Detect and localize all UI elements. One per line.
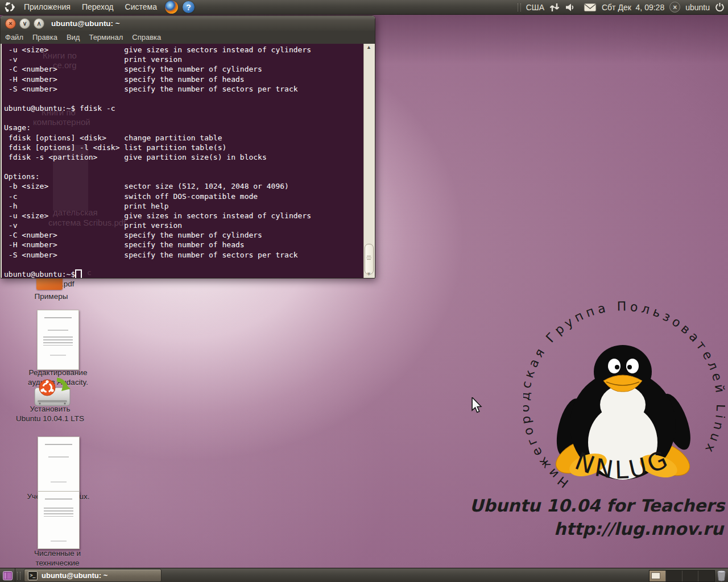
terminal-cursor [75,269,82,278]
doc-preview-paragraph [43,336,73,346]
doc-preview-line [45,498,72,500]
scroll-up-arrow-icon[interactable]: ▲ [364,44,374,51]
taskbar-grip-handle[interactable] [17,572,20,580]
trash-applet[interactable] [715,569,727,582]
doc-preview-line [48,456,69,458]
menu-help[interactable]: Справка [127,31,166,44]
taskbar-item-terminal[interactable]: >_ ubuntu@ubuntu: ~ [24,569,162,582]
terminal-mini-icon: >_ [28,571,38,580]
desktop-icon-hidden-pdf-label[interactable]: .pdf [61,280,84,289]
terminal-prompt: ubuntu@ubuntu:~$ [4,269,75,278]
scroll-down-arrow-icon[interactable]: ▼ [364,271,374,278]
terminal-titlebar[interactable]: × ∨ ∧ ubuntu@ubuntu: ~ [1,16,375,31]
doc-preview-line [44,317,72,318]
label-line: Установить [5,405,96,414]
help-launcher-icon[interactable]: ? [183,1,195,13]
desktop-icon-numeric-label[interactable]: Численные и технические [11,549,104,568]
document-icon-audacity[interactable] [37,310,79,370]
doc-preview-line [50,355,66,356]
ghost-label: дательская [53,207,98,217]
workspace-1[interactable] [650,571,666,581]
workspace-2[interactable] [666,571,682,581]
label-line: Численные и [11,549,104,559]
label-line: Ubuntu 10.04.1 LTS [5,414,96,424]
workspace-4[interactable] [698,571,714,581]
workspace-window-thumb [651,572,660,579]
menu-places[interactable]: Переход [76,0,119,14]
window-title: ubuntu@ubuntu: ~ [51,19,120,28]
clock[interactable]: Сбт Дек 4, 09:28 [602,3,664,12]
label-line: технические [11,559,104,568]
ghost-document-shape [53,145,88,211]
ghost-label: ce.org [53,60,77,70]
desktop-icon-install-label[interactable]: Установить Ubuntu 10.04.1 LTS [5,405,96,423]
ghost-label: компьютерной [33,117,90,127]
wallpaper-slogan: Ubuntu 10.04 for Teachers [470,496,725,516]
ghost-label: Книги по [42,107,76,117]
doc-preview-line [51,541,67,542]
menu-edit[interactable]: Правка [28,31,62,44]
desktop-icon-examples-label[interactable]: Примеры [22,292,81,302]
power-icon[interactable] [715,2,725,12]
show-desktop-icon [3,571,13,580]
ghost-label: система Scribus.pdf [48,218,126,227]
menu-terminal[interactable]: Терминал [84,31,127,44]
menu-view[interactable]: Вид [62,31,85,44]
terminal-prompt-row: ubuntu@ubuntu:~$ [4,269,82,278]
bottom-panel: >_ ubuntu@ubuntu: ~ [0,568,728,582]
doc-preview-line [45,444,72,445]
terminal-output-area[interactable]: Книги по ce.org Книги по компьютерной да… [2,44,363,278]
terminal-window: × ∨ ∧ ubuntu@ubuntu: ~ Файл Правка Вид Т… [0,15,375,278]
doc-preview-line [51,481,67,483]
ghost-label: Книги по [43,51,77,60]
ubuntu-logo-icon [3,1,15,13]
document-icon-numeric[interactable] [38,491,80,549]
workspace-3[interactable] [682,571,699,581]
network-updown-icon[interactable] [549,3,560,12]
workspace-switcher [649,570,715,582]
terminal-scrollbar[interactable]: ▲ ▼ [363,44,374,278]
mouse-cursor [470,397,483,414]
user-menu[interactable]: ubuntu [685,3,710,12]
keyboard-layout-indicator[interactable]: США [526,3,544,12]
doc-preview-line [48,330,68,331]
top-panel: Приложения Переход Система ? США [0,0,728,15]
show-desktop-button[interactable] [0,568,15,582]
volume-icon[interactable] [565,3,575,12]
close-button[interactable]: × [5,18,16,29]
menu-file[interactable]: Файл [1,31,28,44]
user-status-icon[interactable]: × [669,2,680,13]
taskbar-item-label: ubuntu@ubuntu: ~ [42,571,107,580]
ubuntu-menu-button[interactable] [0,1,18,13]
desktop-screen: Нижегородская Группа Пользователей Linux… [0,0,728,582]
minimize-button[interactable]: ∨ [19,18,30,29]
scrollbar-thumb[interactable] [365,244,374,275]
wallpaper-url: http://lug.nnov.ru [554,519,723,539]
menu-applications[interactable]: Приложения [18,0,76,14]
menu-system[interactable]: Система [119,0,163,14]
mail-indicator-icon[interactable] [584,3,597,12]
document-icon-linux-textbook[interactable] [38,436,80,497]
terminal-menubar: Файл Правка Вид Терминал Справка [1,31,375,44]
doc-preview-paragraph [44,508,73,517]
trash-icon [715,569,727,581]
panel-grip-handle[interactable] [518,3,521,11]
firefox-launcher-icon[interactable] [165,1,178,14]
maximize-button[interactable]: ∧ [34,18,44,29]
ghost-label: c [87,268,92,277]
